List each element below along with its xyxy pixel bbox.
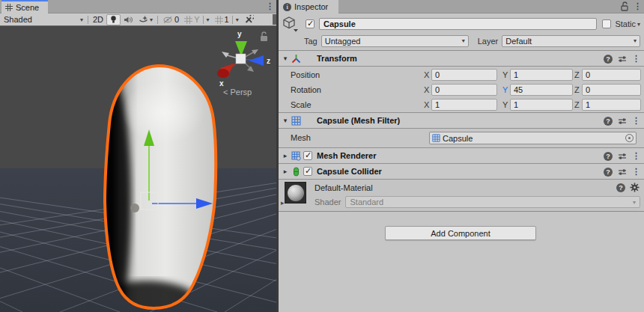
help-icon[interactable]: ? bbox=[616, 183, 625, 192]
chevron-down-icon: ▾ bbox=[236, 16, 239, 23]
persp-toggle[interactable]: < Persp bbox=[223, 88, 252, 97]
chevron-down-icon: ▾ bbox=[633, 199, 636, 206]
eye-hidden-icon bbox=[162, 16, 173, 24]
object-picker-icon[interactable] bbox=[625, 134, 634, 142]
transform-body: Position X 0 Y 1 Z 0 Rotation X 0 Y 45 Z… bbox=[279, 67, 644, 113]
speaker-icon bbox=[124, 16, 133, 24]
shader-value: Standard bbox=[350, 198, 383, 207]
inspector-panel: i Inspector ⋮ Capsule bbox=[279, 0, 644, 312]
axis-z-label[interactable]: Z bbox=[574, 100, 580, 109]
material-preview-thumbnail[interactable] bbox=[285, 182, 306, 204]
scene-menu-kebab-icon[interactable]: ⋮ bbox=[266, 1, 274, 11]
grid-axis-label: Y bbox=[194, 15, 199, 24]
presets-icon[interactable] bbox=[618, 168, 627, 177]
scene-tools-button[interactable] bbox=[242, 14, 256, 25]
scene-visibility-button[interactable]: 0 bbox=[160, 14, 181, 25]
layer-dropdown[interactable]: Default ▾ bbox=[502, 35, 640, 47]
foldout-open-icon[interactable]: ▾ bbox=[282, 117, 289, 124]
chevron-down-icon: ▾ bbox=[80, 16, 83, 23]
mesh-filter-header[interactable]: ▾ Capsule (Mesh Filter) ? ⋮ bbox=[279, 113, 644, 129]
gear-icon[interactable] bbox=[630, 183, 640, 192]
help-icon[interactable]: ? bbox=[604, 117, 613, 126]
scene-audio-button[interactable] bbox=[121, 14, 136, 25]
tab-scene[interactable]: Scene bbox=[1, 0, 48, 13]
transform-header[interactable]: ▾ Transform ? ⋮ bbox=[279, 51, 644, 67]
mesh-object-field[interactable]: Capsule bbox=[429, 132, 637, 144]
position-y-field[interactable]: 1 bbox=[510, 69, 573, 81]
hidden-count: 0 bbox=[174, 15, 179, 24]
scene-lighting-button[interactable] bbox=[106, 14, 121, 25]
axis-y-label[interactable]: Y bbox=[502, 100, 508, 109]
axis-z-label[interactable]: Z bbox=[574, 85, 580, 94]
position-x-field[interactable]: 0 bbox=[431, 69, 497, 81]
component-menu-kebab-icon[interactable]: ⋮ bbox=[632, 54, 640, 64]
component-menu-kebab-icon[interactable]: ⋮ bbox=[632, 151, 640, 161]
gizmo-y-label: y bbox=[237, 30, 242, 38]
rotation-y-field[interactable]: 45 bbox=[510, 84, 573, 96]
scene-viewport[interactable]: y z x < Persp bbox=[0, 26, 276, 312]
mesh-renderer-enabled-checkbox[interactable] bbox=[303, 151, 312, 160]
presets-icon[interactable] bbox=[618, 152, 627, 161]
toolbar-separator bbox=[203, 16, 204, 24]
info-icon: i bbox=[283, 3, 291, 11]
mesh-value: Capsule bbox=[443, 134, 473, 143]
foldout-closed-icon[interactable]: ▸ bbox=[282, 168, 289, 175]
scale-label: Scale bbox=[291, 100, 312, 109]
capsule-collider-enabled-checkbox[interactable] bbox=[303, 167, 312, 176]
presets-icon[interactable] bbox=[618, 55, 627, 64]
shading-mode-dropdown[interactable]: Shaded ▾ bbox=[1, 14, 85, 25]
snap-increment-dropdown[interactable]: 1 ▾ bbox=[213, 14, 241, 25]
scene-grid-icon bbox=[5, 4, 13, 11]
gizmo-x-label: x bbox=[219, 79, 224, 88]
presets-icon[interactable] bbox=[618, 117, 627, 126]
axis-x-label[interactable]: X bbox=[424, 85, 429, 94]
lock-icon[interactable] bbox=[621, 1, 629, 11]
scale-z-field[interactable]: 1 bbox=[582, 99, 641, 111]
foldout-closed-icon[interactable]: ▸ bbox=[282, 152, 289, 159]
mesh-filter-body: Mesh Capsule bbox=[279, 129, 644, 148]
tag-value: Untagged bbox=[325, 37, 361, 46]
axis-x-label[interactable]: X bbox=[424, 70, 429, 79]
axis-y-label-highlighted[interactable]: Y bbox=[502, 85, 508, 94]
object-name-field[interactable]: Capsule bbox=[319, 18, 597, 30]
help-icon[interactable]: ? bbox=[604, 55, 613, 64]
capsule-collider-title: Capsule Collider bbox=[317, 167, 382, 176]
tab-inspector[interactable]: i Inspector bbox=[279, 0, 338, 13]
position-z-field[interactable]: 0 bbox=[582, 69, 641, 81]
shader-label: Shader bbox=[315, 198, 341, 207]
rotation-row: Rotation X 0 Y 45 Z 0 bbox=[279, 82, 644, 97]
mesh-renderer-header[interactable]: ▸ Mesh Renderer ? ⋮ bbox=[279, 148, 644, 164]
help-icon[interactable]: ? bbox=[604, 152, 613, 161]
scale-x-field[interactable]: 1 bbox=[431, 99, 497, 111]
toggle-2d-button[interactable]: 2D bbox=[91, 14, 106, 25]
foldout-closed-icon[interactable]: ▸ bbox=[281, 199, 285, 207]
inspector-menu-kebab-icon[interactable]: ⋮ bbox=[634, 1, 642, 11]
mesh-renderer-icon bbox=[291, 150, 301, 161]
add-component-button[interactable]: Add Component bbox=[385, 226, 536, 240]
mesh-filter-icon bbox=[291, 115, 301, 126]
shader-dropdown[interactable]: Standard ▾ bbox=[345, 196, 640, 208]
scene-effects-dropdown[interactable]: ▾ bbox=[136, 14, 155, 25]
axis-x-label[interactable]: X bbox=[424, 100, 429, 109]
rotation-x-field[interactable]: 0 bbox=[431, 84, 497, 96]
rotation-label: Rotation bbox=[291, 85, 321, 94]
tag-dropdown[interactable]: Untagged ▾ bbox=[321, 35, 469, 47]
axis-y-label[interactable]: Y bbox=[502, 70, 508, 79]
scene-tab-label: Scene bbox=[16, 3, 39, 12]
capsule-collider-icon bbox=[291, 166, 301, 177]
capsule-collider-header[interactable]: ▸ Capsule Collider ? ⋮ bbox=[279, 164, 644, 180]
active-checkbox[interactable] bbox=[306, 19, 315, 28]
position-row: Position X 0 Y 1 Z 0 bbox=[279, 67, 644, 82]
mesh-icon bbox=[432, 134, 440, 142]
scale-y-field[interactable]: 1 bbox=[510, 99, 573, 111]
rotation-z-field[interactable]: 0 bbox=[582, 84, 641, 96]
component-menu-kebab-icon[interactable]: ⋮ bbox=[632, 167, 640, 177]
axis-z-label[interactable]: Z bbox=[574, 70, 580, 79]
static-checkbox[interactable] bbox=[602, 19, 611, 28]
component-menu-kebab-icon[interactable]: ⋮ bbox=[632, 116, 640, 126]
scene-grid-visibility-dropdown[interactable]: Y ▾ bbox=[182, 14, 211, 25]
help-icon[interactable]: ? bbox=[604, 168, 613, 177]
foldout-open-icon[interactable]: ▾ bbox=[282, 55, 289, 62]
static-dropdown-icon[interactable]: ▾ bbox=[637, 21, 640, 28]
gameobject-cube-icon[interactable] bbox=[282, 16, 299, 32]
